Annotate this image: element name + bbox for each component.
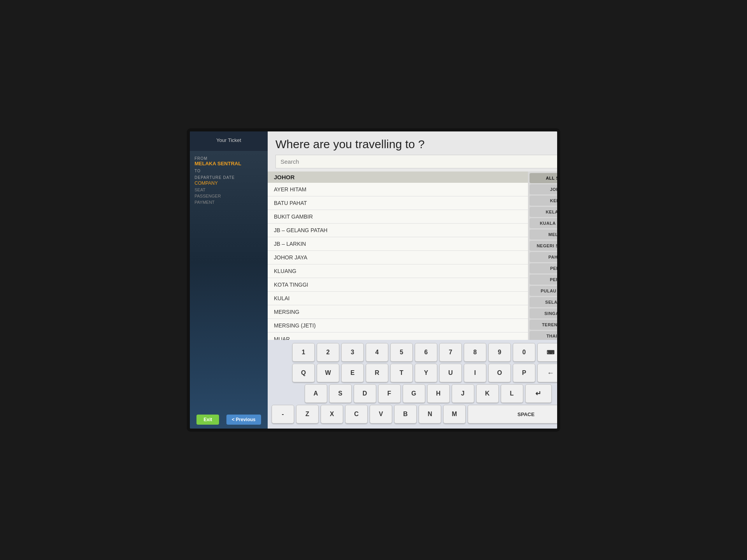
state-button-kedah[interactable]: KEDAH [530,196,560,206]
key-q[interactable]: Q [292,364,315,382]
key-5[interactable]: 5 [390,343,413,362]
destination-item[interactable]: BUKIT GAMBIR [268,210,528,224]
key-m[interactable]: M [443,405,466,424]
state-button-selangor[interactable]: SELANGOR [530,297,560,307]
sidebar-steps: FROM MELAKA SENTRAL TO DEPARTURE DATE CO… [190,150,268,209]
key-z[interactable]: Z [296,405,319,424]
key-7[interactable]: 7 [439,343,462,362]
key-9[interactable]: 9 [488,343,511,362]
exit-button[interactable]: Exit [196,415,219,425]
step-payment: PAYMENT [195,199,263,205]
key-r[interactable]: R [366,364,388,382]
from-value: MELAKA SENTRAL [195,161,263,166]
key-s[interactable]: S [329,384,352,403]
key-v[interactable]: V [370,405,392,424]
destination-item[interactable]: BATU PAHAT [268,196,528,210]
sidebar: Your Ticket FROM MELAKA SENTRAL TO DEPAR… [190,131,268,429]
destination-item[interactable]: JB – GELANG PATAH [268,224,528,237]
keyboard-area: 1234567890⌨ QWERTYUIOP← ASDFGHJKL↵ -ZXCV… [268,340,560,429]
key-4[interactable]: 4 [366,343,388,362]
main-content: Where are you travelling to ? JOHOR AYER… [268,131,560,429]
state-button-singapore[interactable]: SINGAPORE [530,308,560,318]
key-n[interactable]: N [419,405,441,424]
key-space[interactable]: SPACE [468,405,560,424]
state-button-melaka[interactable]: MELAKA [530,229,560,240]
key-f[interactable]: F [378,384,401,403]
keyboard-row-1: 1234567890⌨ [272,343,560,362]
key-k[interactable]: K [476,384,499,403]
key--[interactable]: - [272,405,294,424]
previous-button[interactable]: < Previous [226,415,261,425]
key-8[interactable]: 8 [464,343,486,362]
key-t[interactable]: T [390,364,413,382]
to-label: TO [195,169,263,173]
keyboard-row-4: -ZXCVBNMSPACE [272,405,560,424]
keyboard-row-2: QWERTYUIOP← [272,364,560,382]
main-body: JOHOR AYER HITAMBATU PAHATBUKIT GAMBIRJB… [268,172,560,340]
state-button-negeri_sembilan[interactable]: NEGERI SEMBILAN [530,241,560,251]
destination-item[interactable]: JOHOR JAYA [268,251,528,264]
group-header: JOHOR [268,172,528,183]
key-w[interactable]: W [317,364,339,382]
step-company: COMPANY [195,180,263,187]
key-y[interactable]: Y [415,364,437,382]
main-header: Where are you travelling to ? [268,131,560,172]
destination-item[interactable]: MERSING (JETI) [268,319,528,332]
key-l[interactable]: L [501,384,523,403]
state-button-kuala_lumpur[interactable]: KUALA LUMPUR [530,218,560,228]
key-3[interactable]: 3 [341,343,364,362]
state-button-all_state[interactable]: ALL STATE [530,173,560,183]
state-button-perak[interactable]: PERAK [530,263,560,273]
destination-item[interactable]: MERSING [268,305,528,319]
state-button-kelantan[interactable]: KELANTAN [530,207,560,217]
state-button-perlis[interactable]: PERLIS [530,275,560,285]
destination-item[interactable]: KLUANG [268,264,528,278]
key-e[interactable]: E [341,364,364,382]
key-p[interactable]: P [513,364,535,382]
destination-item[interactable]: MUAR [268,332,528,340]
sidebar-title: Your Ticket [195,137,263,143]
key--[interactable]: ⌨ [537,343,560,362]
state-button-pahang[interactable]: PAHANG [530,252,560,262]
keyboard-row-3: ASDFGHJKL↵ [272,384,560,403]
key-x[interactable]: X [321,405,343,424]
from-label: FROM [195,156,263,161]
key-i[interactable]: I [464,364,486,382]
state-button-pulau_pinang[interactable]: PULAU PINANG [530,286,560,296]
destination-item[interactable]: AYER HITAM [268,183,528,196]
key-g[interactable]: G [403,384,425,403]
key-u[interactable]: U [439,364,462,382]
step-passenger: PASSENGER [195,193,263,199]
key-o[interactable]: O [488,364,511,382]
key--[interactable]: ↵ [525,384,552,403]
destination-item[interactable]: KULAI [268,292,528,305]
step-seat: SEAT [195,187,263,193]
key--[interactable]: ← [537,364,560,382]
key-2[interactable]: 2 [317,343,339,362]
destination-item[interactable]: KOTA TINGGI [268,278,528,292]
destination-item[interactable]: JB – LARKIN [268,237,528,251]
key-b[interactable]: B [394,405,417,424]
state-button-thailand[interactable]: THAILAND [530,331,560,340]
state-button-johor[interactable]: JOHOR [530,184,560,194]
key-c[interactable]: C [345,405,368,424]
key-a[interactable]: A [305,384,327,403]
state-button-terengganu[interactable]: TERENGGANU [530,320,560,330]
page-title: Where are you travelling to ? [275,138,560,151]
key-d[interactable]: D [354,384,376,403]
key-6[interactable]: 6 [415,343,437,362]
search-input[interactable] [275,155,560,168]
key-1[interactable]: 1 [292,343,315,362]
state-filter: ALL STATEJOHORKEDAHKELANTANKUALA LUMPURM… [528,172,560,340]
key-h[interactable]: H [427,384,450,403]
destination-list: JOHOR AYER HITAMBATU PAHATBUKIT GAMBIRJB… [268,172,528,340]
key-j[interactable]: J [452,384,474,403]
departure-label: DEPARTURE DATE [195,175,263,180]
key-0[interactable]: 0 [513,343,535,362]
